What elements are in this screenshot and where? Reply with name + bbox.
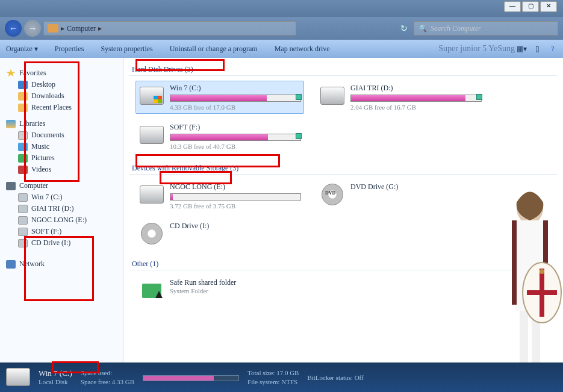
drive-free-text: 2.04 GB free of 16.7 GB: [350, 104, 482, 111]
capacity-bar: [170, 134, 301, 141]
drive-icon: [18, 205, 28, 213]
toolbar: Organize ▾ Properties System properties …: [0, 40, 563, 58]
drive-item-d[interactable]: GIAI TRI (D:) 2.04 GB free of 16.7 GB: [316, 81, 485, 114]
total-size-value: 17.0 GB: [276, 369, 299, 376]
search-input[interactable]: 🔍 Search Computer: [414, 21, 558, 36]
capacity-bar: [170, 95, 301, 102]
favorites-group[interactable]: Favorites: [2, 67, 120, 79]
bitlocker-label: BitLocker status:: [307, 374, 352, 381]
documents-icon: [18, 131, 28, 140]
drive-icon: [18, 228, 28, 236]
map-drive-button[interactable]: Map network drive: [275, 45, 330, 54]
drive-item-c[interactable]: Win 7 (C:) 4.33 GB free of 17.0 GB: [135, 81, 304, 114]
content-pane: Hard Disk Drives (3) Win 7 (C:) 4.33 GB …: [123, 58, 563, 362]
title-bar: — ▢ ✕: [0, 0, 563, 17]
drive-item-f[interactable]: SOFT (F:) 10.3 GB free of 40.7 GB: [135, 120, 304, 153]
maximize-button[interactable]: ▢: [522, 1, 539, 12]
drive-label: SOFT (F:): [170, 123, 301, 132]
nav-item-desktop[interactable]: Desktop: [2, 79, 120, 90]
theme-watermark: Super junior 5 YeSung: [438, 44, 515, 54]
folder-icon: [138, 278, 165, 302]
minimize-button[interactable]: —: [504, 1, 521, 12]
videos-icon: [18, 166, 28, 174]
nav-item-downloads[interactable]: Downloads: [2, 90, 120, 102]
breadcrumb-location[interactable]: Computer: [67, 24, 96, 33]
svg-rect-5: [520, 311, 528, 362]
music-icon: [18, 143, 28, 151]
pictures-icon: [18, 154, 28, 163]
drive-icon: [18, 216, 28, 225]
star-icon: [6, 69, 16, 78]
details-pane: Win 7 (C:) Local Disk Space used: Space …: [0, 362, 563, 392]
nav-item-drive-i[interactable]: CD Drive (I:): [2, 237, 120, 249]
libraries-group[interactable]: Libraries: [2, 118, 120, 129]
chevron-right-icon: ▸: [61, 24, 64, 33]
drive-icon: [138, 123, 165, 147]
properties-button[interactable]: Properties: [55, 45, 84, 54]
help-icon[interactable]: ?: [547, 43, 558, 54]
drive-item-g[interactable]: DVD DVD Drive (G:): [316, 179, 485, 213]
navigation-bar: ← → ▸ Computer ▸ ↻ 🔍 Search Computer: [0, 17, 563, 40]
filesystem-label: File system:: [247, 378, 279, 385]
drive-icon: [18, 193, 28, 202]
computer-icon: [48, 24, 58, 33]
nav-item-recent[interactable]: Recent Places: [2, 102, 120, 113]
space-free-value: 4.33 GB: [112, 378, 134, 385]
refresh-icon[interactable]: ↻: [400, 23, 408, 33]
drive-label: Win 7 (C:): [170, 84, 301, 93]
capacity-bar: [170, 193, 301, 201]
capacity-bar: [350, 95, 482, 102]
forward-button[interactable]: →: [24, 20, 41, 37]
view-menu-icon[interactable]: ▦▾: [516, 43, 527, 54]
nav-item-videos[interactable]: Videos: [2, 164, 120, 175]
filesystem-value: NTFS: [281, 378, 297, 385]
computer-icon: [6, 182, 16, 190]
nav-item-drive-d[interactable]: GIAI TRI (D:): [2, 203, 120, 214]
other-item-saferun[interactable]: Safe Run shared folder System Folder: [135, 275, 304, 305]
uninstall-button[interactable]: Uninstall or change a program: [170, 45, 258, 54]
chevron-right-icon: ▸: [98, 24, 102, 33]
bitlocker-value: Off: [355, 374, 364, 381]
back-button[interactable]: ←: [5, 20, 22, 37]
removable-section-header[interactable]: Devices with Removable Storage (3): [129, 163, 557, 175]
libraries-icon: [6, 120, 16, 128]
nav-item-drive-e[interactable]: NGOC LONG (E:): [2, 214, 120, 226]
details-type: Local Disk: [39, 378, 72, 387]
drive-label: GIAI TRI (D:): [350, 84, 482, 93]
drive-free-text: 4.33 GB free of 17.0 GB: [170, 104, 301, 111]
folder-icon: [18, 92, 28, 101]
network-icon: [6, 260, 16, 269]
drive-free-text: 10.3 GB free of 40.7 GB: [170, 143, 301, 150]
drive-icon: [6, 368, 30, 387]
svg-rect-3: [512, 220, 517, 305]
system-properties-button[interactable]: System properties: [101, 45, 152, 54]
preview-pane-icon[interactable]: ▯: [532, 43, 543, 54]
item-label: Safe Run shared folder: [170, 278, 301, 287]
drive-free-text: 3.72 GB free of 3.75 GB: [170, 202, 301, 210]
breadcrumb[interactable]: ▸ Computer ▸: [43, 21, 296, 36]
cd-icon: [138, 222, 165, 246]
capacity-bar: [143, 375, 239, 381]
desktop-icon: [18, 81, 28, 89]
drive-icon: [138, 84, 165, 108]
other-section-header[interactable]: Other (1): [129, 258, 557, 270]
space-used-label: Space used:: [81, 369, 112, 376]
network-group[interactable]: Network: [2, 258, 120, 270]
drive-item-e[interactable]: NGOC LONG (E:) 3.72 GB free of 3.75 GB: [135, 179, 304, 213]
drive-label: NGOC LONG (E:): [170, 182, 301, 191]
svg-point-8: [540, 269, 544, 274]
nav-item-pictures[interactable]: Pictures: [2, 152, 120, 164]
nav-item-drive-c[interactable]: Win 7 (C:): [2, 191, 120, 203]
item-subtext: System Folder: [170, 287, 301, 294]
drive-icon: [319, 84, 346, 108]
space-free-label: Space free:: [81, 378, 110, 385]
drive-label: CD Drive (I:): [170, 222, 301, 231]
organize-menu[interactable]: Organize ▾: [6, 45, 38, 54]
drive-item-i[interactable]: CD Drive (I:): [135, 219, 304, 249]
computer-group[interactable]: Computer: [2, 180, 120, 191]
nav-item-documents[interactable]: Documents: [2, 129, 120, 141]
nav-item-drive-f[interactable]: SOFT (F:): [2, 226, 120, 237]
close-button[interactable]: ✕: [540, 1, 557, 12]
nav-item-music[interactable]: Music: [2, 141, 120, 152]
hdd-section-header[interactable]: Hard Disk Drives (3): [129, 64, 557, 76]
